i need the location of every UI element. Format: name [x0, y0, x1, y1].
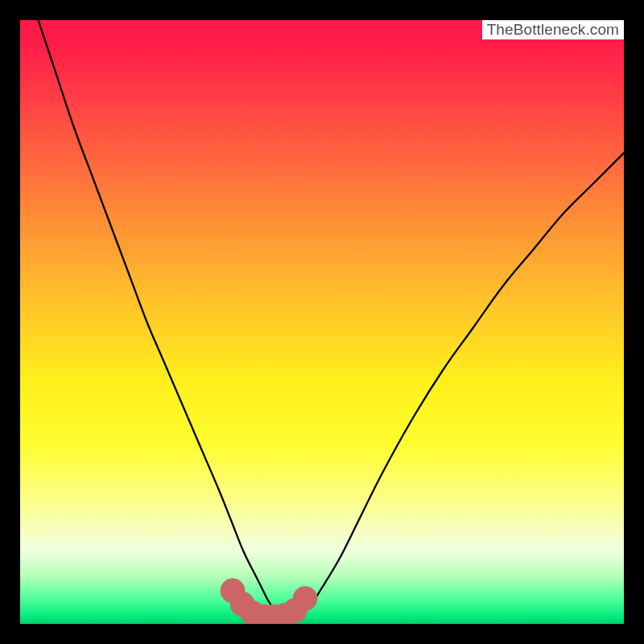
chart-svg	[20, 20, 624, 624]
plot-area: TheBottleneck.com	[20, 20, 624, 624]
marker-dot	[293, 587, 317, 611]
watermark-text: TheBottleneck.com	[487, 21, 619, 39]
outer-frame: TheBottleneck.com	[0, 0, 644, 644]
watermark-box: TheBottleneck.com	[482, 20, 624, 39]
bottleneck-curve	[39, 20, 625, 618]
